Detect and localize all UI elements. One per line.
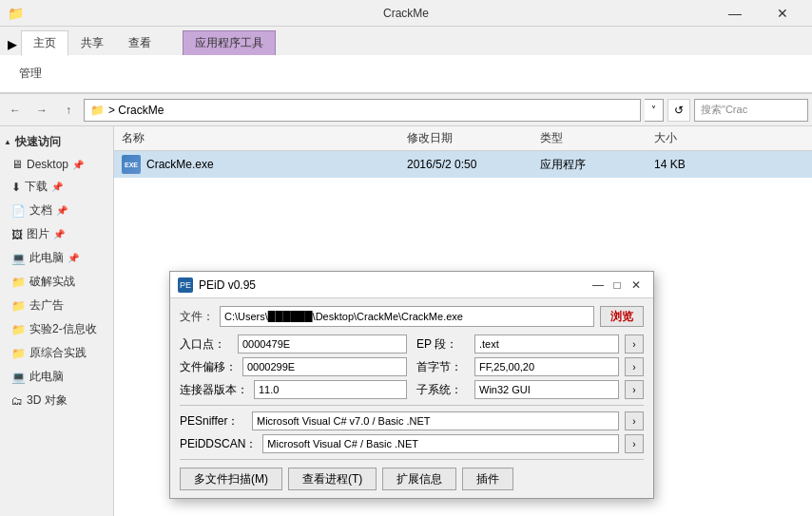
tab-home[interactable]: 主页 (21, 30, 68, 56)
subsystem-input[interactable] (474, 380, 619, 399)
col-type-header[interactable]: 类型 (540, 130, 654, 146)
folder-icon: 📁 (90, 104, 105, 117)
search-box[interactable]: 搜索"Crac (694, 99, 808, 122)
title-controls: — ✕ (713, 0, 804, 27)
file-name-cell: EXE CrackMe.exe (122, 155, 407, 174)
pesniffer-arrow-button[interactable]: › (625, 411, 644, 430)
first-byte-label: 首字节： (416, 359, 469, 375)
pc-icon-2: 💻 (11, 371, 26, 384)
col-name-header[interactable]: 名称 (122, 130, 407, 146)
entry-point-input[interactable] (238, 334, 407, 354)
peiddscan-input[interactable] (262, 434, 619, 453)
ribbon-content: 管理 (0, 55, 812, 93)
exe-icon: EXE (122, 155, 141, 174)
pin-icon-2: 📌 (51, 182, 63, 192)
peid-bottom-buttons: 多文件扫描(M) 查看进程(T) 扩展信息 插件 (180, 468, 644, 490)
peid-minimize-button[interactable]: — (589, 276, 608, 295)
column-headers: 名称 修改日期 类型 大小 (114, 126, 812, 151)
sidebar-item-original[interactable]: 📁 原综合实践 (0, 341, 113, 365)
peid-maximize-button[interactable]: □ (608, 276, 627, 295)
peiddscan-arrow-button[interactable]: › (625, 434, 644, 453)
address-chevron[interactable]: ˅ (645, 99, 664, 122)
linker-input[interactable] (254, 380, 407, 399)
plugins-button[interactable]: 插件 (462, 468, 513, 490)
ep-section-arrow-button[interactable]: › (625, 334, 644, 354)
search-placeholder: 搜索"Crac (701, 103, 747, 117)
peid-title-bar: PE PEiD v0.95 — □ ✕ (170, 272, 653, 298)
folder-icon-4: 📁 (11, 323, 26, 336)
pin-icon-4: 📌 (53, 229, 65, 239)
peid-dialog: PE PEiD v0.95 — □ ✕ 文件： 浏览 入口点： EP 段： › (169, 271, 654, 499)
sidebar-item-adblock[interactable]: 📁 去广告 (0, 294, 113, 317)
desktop-icon: 🖥 (11, 158, 23, 171)
table-row[interactable]: EXE CrackMe.exe 2016/5/2 0:50 应用程序 14 KB (114, 151, 812, 178)
address-text: > CrackMe (108, 104, 164, 117)
downloads-icon: ⬇ (11, 181, 21, 194)
manage-button[interactable]: 管理 (8, 62, 53, 86)
sidebar-item-thispc[interactable]: 💻 此电脑 📌 (0, 246, 113, 270)
sidebar: 快速访问 🖥 Desktop 📌 ⬇ 下载 📌 📄 文档 📌 🖼 图片 📌 (0, 126, 114, 516)
ribbon-tab-bar: ▸ 主页 共享 查看 应用程序工具 (0, 27, 812, 55)
folder-icon-3: 📁 (11, 299, 26, 313)
peid-file-input[interactable] (220, 306, 594, 327)
up-button[interactable]: ↑ (57, 99, 80, 122)
file-offset-input[interactable] (242, 357, 407, 376)
sidebar-section-quickaccess[interactable]: 快速访问 (0, 130, 113, 154)
refresh-button[interactable]: ↺ (667, 99, 690, 122)
close-button[interactable]: ✕ (761, 0, 804, 27)
sidebar-item-documents[interactable]: 📄 文档 📌 (0, 199, 113, 222)
entry-point-label: 入口点： (180, 336, 232, 353)
docs-icon: 📄 (11, 204, 26, 218)
file-offset-label: 文件偏移： (180, 359, 237, 375)
entry-point-row: 入口点： (180, 334, 407, 354)
pics-icon: 🖼 (11, 228, 23, 241)
subsystem-row: 子系统： › (416, 380, 644, 399)
sidebar-item-crack[interactable]: 📁 破解实战 (0, 270, 113, 294)
linker-row: 连接器版本： (180, 380, 407, 399)
sidebar-item-thispc2[interactable]: 💻 此电脑 (0, 365, 113, 389)
pesniffer-label: PESniffer： (180, 413, 246, 430)
address-input[interactable]: 📁 > CrackMe (84, 99, 641, 122)
first-byte-arrow-button[interactable]: › (625, 357, 644, 376)
minimize-button[interactable]: — (713, 0, 757, 27)
window-title: CrackMe (383, 7, 429, 20)
ep-section-row: EP 段： › (416, 334, 644, 354)
folder-icon-2: 📁 (11, 276, 26, 289)
first-byte-row: 首字节： › (416, 357, 644, 376)
back-button[interactable]: ← (4, 99, 27, 122)
sidebar-item-3d[interactable]: 🗂 3D 对象 (0, 389, 113, 412)
multi-scan-button[interactable]: 多文件扫描(M) (180, 468, 282, 490)
sidebar-item-downloads[interactable]: ⬇ 下载 📌 (0, 175, 113, 199)
tab-share[interactable]: 共享 (68, 30, 116, 55)
pin-icon: 📌 (72, 160, 84, 170)
ep-section-label: EP 段： (416, 336, 469, 353)
tab-view[interactable]: 查看 (116, 30, 164, 55)
app-menu-button[interactable]: ▸ (4, 32, 21, 55)
tab-app-tools[interactable]: 应用程序工具 (183, 30, 276, 55)
col-size-header[interactable]: 大小 (654, 130, 730, 146)
pin-icon-3: 📌 (56, 205, 68, 216)
file-size: 14 KB (654, 158, 730, 171)
view-process-button[interactable]: 查看进程(T) (288, 468, 377, 490)
forward-button[interactable]: → (30, 99, 53, 122)
sidebar-item-pictures[interactable]: 🖼 图片 📌 (0, 222, 113, 246)
peid-browse-button[interactable]: 浏览 (600, 306, 644, 327)
col-date-header[interactable]: 修改日期 (407, 130, 540, 146)
extended-info-button[interactable]: 扩展信息 (382, 468, 456, 490)
pesniffer-input[interactable] (252, 411, 619, 430)
ep-section-input[interactable] (474, 334, 619, 354)
sidebar-item-desktop[interactable]: 🖥 Desktop 📌 (0, 154, 113, 175)
separator-1 (180, 405, 644, 406)
ribbon: ▸ 主页 共享 查看 应用程序工具 管理 (0, 27, 812, 94)
peiddscan-row: PEiDDSCAN： › (180, 434, 644, 453)
peid-close-button[interactable]: ✕ (627, 276, 646, 295)
subsystem-arrow-button[interactable]: › (625, 380, 644, 399)
pin-icon-5: 📌 (68, 253, 79, 263)
sidebar-item-lab2[interactable]: 📁 实验2-信息收 (0, 317, 113, 341)
first-byte-input[interactable] (474, 357, 619, 376)
peid-body: 文件： 浏览 入口点： EP 段： › 文件偏移： 首 (170, 298, 653, 498)
file-date: 2016/5/2 0:50 (407, 158, 540, 171)
separator-2 (180, 459, 644, 460)
cube-icon: 🗂 (11, 394, 23, 408)
subsystem-label: 子系统： (416, 382, 469, 398)
